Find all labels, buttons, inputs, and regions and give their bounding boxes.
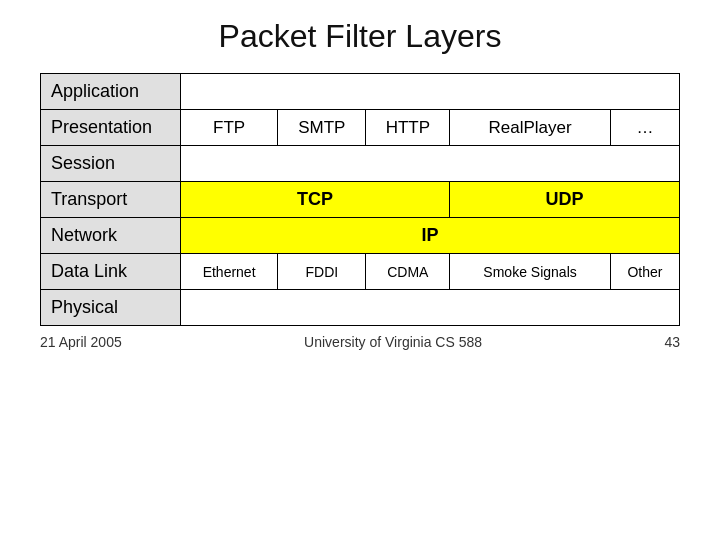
session-row: Session — [41, 146, 680, 182]
presentation-label: Presentation — [41, 110, 181, 146]
layers-table: Application Presentation FTP SMTP HTTP R… — [40, 73, 680, 326]
session-content — [181, 146, 680, 182]
http-cell: HTTP — [366, 110, 450, 146]
fddi-cell: FDDI — [278, 254, 366, 290]
physical-row: Physical — [41, 290, 680, 326]
smtp-cell: SMTP — [278, 110, 366, 146]
other-cell: Other — [610, 254, 679, 290]
footer: 21 April 2005 University of Virginia CS … — [40, 334, 680, 350]
footer-date: 21 April 2005 — [40, 334, 122, 350]
ftp-cell: FTP — [181, 110, 278, 146]
session-label: Session — [41, 146, 181, 182]
network-row: Network IP — [41, 218, 680, 254]
realplayer-cell: RealPlayer — [450, 110, 611, 146]
physical-content — [181, 290, 680, 326]
tcp-cell: TCP — [181, 182, 450, 218]
footer-page: 43 — [664, 334, 680, 350]
page-title: Packet Filter Layers — [219, 18, 502, 55]
network-label: Network — [41, 218, 181, 254]
smoke-signals-cell: Smoke Signals — [450, 254, 611, 290]
page: Packet Filter Layers Application Present… — [0, 0, 720, 540]
cdma-cell: CDMA — [366, 254, 450, 290]
ethernet-cell: Ethernet — [181, 254, 278, 290]
udp-cell: UDP — [450, 182, 680, 218]
transport-label: Transport — [41, 182, 181, 218]
datalink-row: Data Link Ethernet FDDI CDMA Smoke Signa… — [41, 254, 680, 290]
application-content — [181, 74, 680, 110]
presentation-row: Presentation FTP SMTP HTTP RealPlayer … — [41, 110, 680, 146]
application-label: Application — [41, 74, 181, 110]
physical-label: Physical — [41, 290, 181, 326]
table-wrapper: Application Presentation FTP SMTP HTTP R… — [40, 73, 680, 326]
application-row: Application — [41, 74, 680, 110]
datalink-label: Data Link — [41, 254, 181, 290]
footer-university: University of Virginia CS 588 — [304, 334, 482, 350]
ip-cell: IP — [181, 218, 680, 254]
ellipsis-cell: … — [610, 110, 679, 146]
transport-row: Transport TCP UDP — [41, 182, 680, 218]
